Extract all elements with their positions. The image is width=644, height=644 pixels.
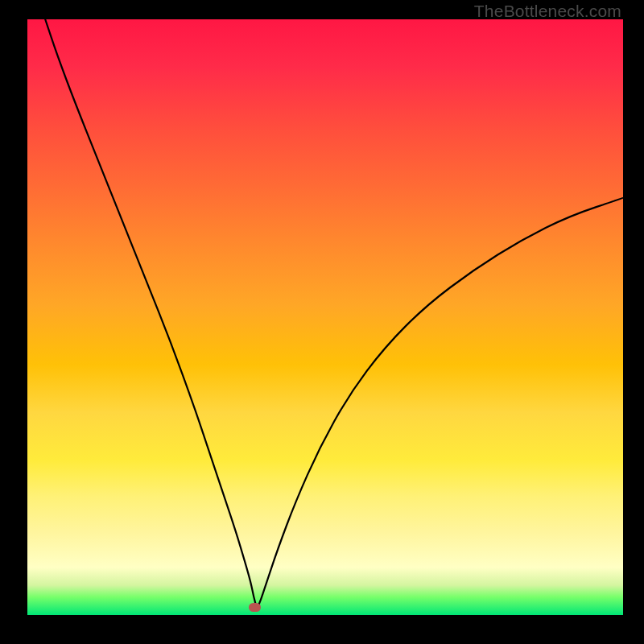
chart-frame: TheBottleneck.com bbox=[0, 0, 644, 644]
optimal-point-marker bbox=[249, 603, 261, 612]
bottleneck-curve bbox=[27, 19, 623, 615]
plot-area bbox=[27, 19, 623, 615]
watermark-text: TheBottleneck.com bbox=[474, 2, 621, 21]
